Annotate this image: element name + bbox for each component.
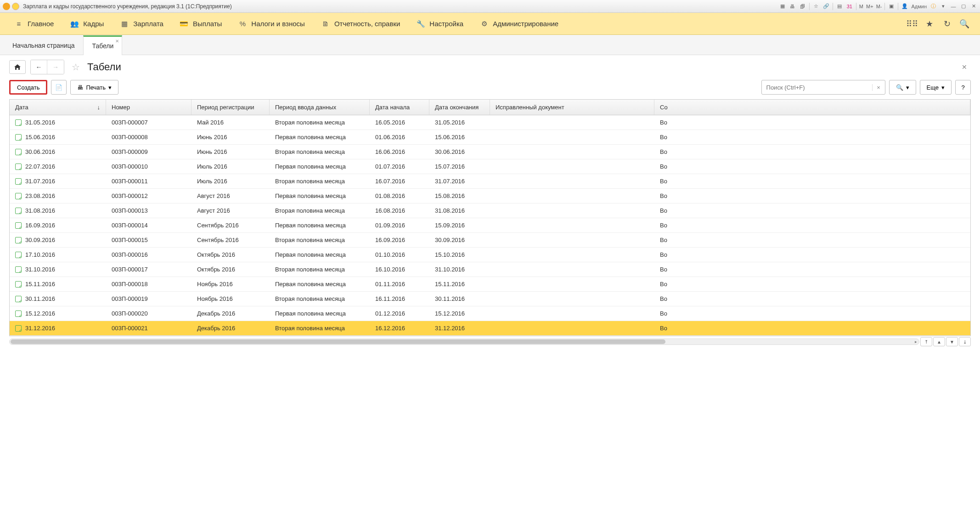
star-icon[interactable]: ★ bbox=[925, 19, 934, 28]
table-row[interactable]: 15.12.2016003П-000020Декабрь 2016Первая … bbox=[10, 306, 970, 321]
cell-end: 30.11.2016 bbox=[435, 295, 465, 302]
search-input[interactable] bbox=[762, 84, 872, 91]
tab-home[interactable]: Начальная страница bbox=[4, 36, 83, 55]
copy-button[interactable]: 📄 bbox=[51, 80, 67, 95]
scroll-up-button[interactable]: ▲ bbox=[933, 337, 945, 346]
table-row[interactable]: 31.08.2016003П-000013Август 2016Вторая п… bbox=[10, 203, 970, 218]
cell-date: 15.11.2016 bbox=[25, 281, 55, 288]
cell-data-period: Вторая половина месяца bbox=[275, 266, 345, 273]
table-row[interactable]: 31.10.2016003П-000017Октябрь 2016Вторая … bbox=[10, 262, 970, 277]
memory-mminus-button[interactable]: M- bbox=[876, 4, 882, 9]
menu-salary-label: Зарплата bbox=[133, 20, 163, 28]
scroll-right-icon[interactable]: ▸ bbox=[912, 339, 919, 344]
table-row[interactable]: 30.06.2016003П-000009Июнь 2016Вторая пол… bbox=[10, 145, 970, 159]
tab-tabeli[interactable]: Табели ✕ bbox=[83, 35, 122, 55]
apps-grid-icon[interactable]: ⠿⠿ bbox=[907, 19, 917, 28]
search-dropdown-button[interactable]: 🔍 ▾ bbox=[889, 80, 916, 95]
menu-admin[interactable]: ⚙ Администрирование bbox=[472, 13, 567, 34]
table-row[interactable]: 16.09.2016003П-000014Сентябрь 2016Первая… bbox=[10, 218, 970, 233]
calc-icon[interactable]: ▤ bbox=[836, 3, 843, 10]
toolbar-icon-2[interactable]: 🖶 bbox=[789, 3, 796, 10]
tab-home-label: Начальная страница bbox=[12, 42, 74, 49]
col-start[interactable]: Дата начала bbox=[370, 100, 429, 115]
print-button[interactable]: 🖶 Печать ▾ bbox=[70, 80, 118, 95]
menu-salary[interactable]: ▦ Зарплата bbox=[112, 13, 172, 34]
col-last[interactable]: Со bbox=[654, 100, 970, 115]
cell-date: 30.09.2016 bbox=[25, 237, 55, 243]
cell-end: 15.12.2016 bbox=[435, 310, 465, 317]
cell-last: Во bbox=[660, 281, 667, 288]
toolbar-icon-1[interactable]: ▦ bbox=[779, 3, 786, 10]
more-button[interactable]: Еще ▾ bbox=[920, 80, 952, 95]
scrollbar-thumb[interactable] bbox=[11, 339, 665, 344]
more-button-label: Еще bbox=[927, 84, 939, 91]
table-row[interactable]: 30.11.2016003П-000019Ноябрь 2016Вторая п… bbox=[10, 292, 970, 306]
help-button[interactable]: ? bbox=[955, 80, 971, 95]
table-row[interactable]: 15.11.2016003П-000018Ноябрь 2016Первая п… bbox=[10, 277, 970, 292]
table-row[interactable]: 30.09.2016003П-000015Сентябрь 2016Вторая… bbox=[10, 233, 970, 248]
col-end[interactable]: Дата окончания bbox=[429, 100, 490, 115]
menu-payments[interactable]: 💳 Выплаты bbox=[172, 13, 230, 34]
forward-button[interactable]: → bbox=[47, 60, 64, 74]
window-title: Зарплата и кадры государственного учрежд… bbox=[23, 3, 232, 10]
cell-start: 16.07.2016 bbox=[375, 178, 405, 185]
create-button[interactable]: Создать bbox=[9, 80, 47, 95]
link-icon[interactable]: 🔗 bbox=[822, 3, 830, 10]
table-row[interactable]: 17.10.2016003П-000016Октябрь 2016Первая … bbox=[10, 248, 970, 262]
panels-icon[interactable]: ▣ bbox=[888, 3, 895, 10]
maximize-icon[interactable]: ▢ bbox=[960, 3, 967, 10]
scroll-down-button[interactable]: ▼ bbox=[946, 337, 958, 346]
close-tab-icon[interactable]: ✕ bbox=[115, 39, 119, 44]
close-window-icon[interactable]: ✕ bbox=[970, 3, 977, 10]
toolbar-icon-3[interactable]: 🗐 bbox=[799, 3, 806, 10]
menu-payments-label: Выплаты bbox=[193, 20, 222, 28]
close-page-icon[interactable]: ✕ bbox=[958, 62, 971, 73]
goto-bottom-button[interactable]: ⤓ bbox=[959, 337, 971, 346]
favorite-icon[interactable]: ☆ bbox=[812, 3, 820, 10]
menu-taxes[interactable]: % Налоги и взносы bbox=[230, 13, 313, 34]
clear-search-icon[interactable]: × bbox=[872, 84, 885, 91]
back-button[interactable]: ← bbox=[31, 60, 47, 74]
cell-end: 31.08.2016 bbox=[435, 207, 465, 214]
home-button[interactable] bbox=[9, 60, 26, 74]
memory-m-button[interactable]: M bbox=[859, 4, 863, 9]
info-icon[interactable]: ⓘ bbox=[929, 3, 937, 10]
horizontal-scrollbar[interactable]: ◂ ▸ bbox=[9, 338, 919, 345]
cell-date: 22.07.2016 bbox=[25, 163, 55, 170]
table-row[interactable]: 23.08.2016003П-000012Август 2016Первая п… bbox=[10, 189, 970, 203]
table-row[interactable]: 15.06.2016003П-000008Июнь 2016Первая пол… bbox=[10, 130, 970, 145]
col-data-period[interactable]: Период ввода данных bbox=[270, 100, 370, 115]
search-icon[interactable]: 🔍 bbox=[960, 19, 969, 28]
menu-settings[interactable]: 🔧 Настройка bbox=[408, 13, 472, 34]
table-row[interactable]: 31.07.2016003П-000011Июль 2016Вторая пол… bbox=[10, 174, 970, 189]
col-fixed-doc[interactable]: Исправленный документ bbox=[490, 100, 654, 115]
user-name[interactable]: Админ bbox=[911, 4, 927, 9]
minimize-icon[interactable]: — bbox=[950, 3, 957, 10]
cell-number: 003П-000013 bbox=[112, 207, 148, 214]
cell-end: 15.09.2016 bbox=[435, 222, 465, 229]
favorite-star-icon[interactable]: ☆ bbox=[72, 62, 80, 73]
calendar-icon[interactable]: 31 bbox=[846, 3, 853, 10]
table-row[interactable]: 22.07.2016003П-000010Июль 2016Первая пол… bbox=[10, 159, 970, 174]
dropdown-icon[interactable]: ▾ bbox=[940, 3, 947, 10]
cell-end: 31.05.2016 bbox=[435, 119, 465, 126]
hamburger-icon: ≡ bbox=[15, 20, 23, 28]
col-reg-period[interactable]: Период регистрации bbox=[191, 100, 270, 115]
col-date[interactable]: Дата ↓ bbox=[10, 100, 106, 115]
menu-settings-label: Настройка bbox=[429, 20, 463, 28]
goto-top-button[interactable]: ⤒ bbox=[920, 337, 932, 346]
cell-reg-period: Август 2016 bbox=[197, 192, 230, 199]
table-row[interactable]: 31.12.2016003П-000021Декабрь 2016Вторая … bbox=[10, 321, 970, 336]
chevron-down-icon: ▾ bbox=[941, 84, 945, 91]
menu-staff[interactable]: 👥 Кадры bbox=[62, 13, 112, 34]
search-box[interactable]: × bbox=[761, 80, 885, 95]
cell-start: 01.06.2016 bbox=[375, 134, 405, 141]
menu-reports[interactable]: 🗎 Отчетность, справки bbox=[313, 13, 408, 34]
table-row[interactable]: 31.05.2016003П-000007Май 2016Вторая поло… bbox=[10, 115, 970, 130]
memory-mplus-button[interactable]: M+ bbox=[866, 4, 873, 9]
cell-data-period: Вторая половина месяца bbox=[275, 237, 345, 243]
cell-end: 31.07.2016 bbox=[435, 178, 465, 185]
col-number[interactable]: Номер bbox=[106, 100, 191, 115]
menu-main[interactable]: ≡ Главное bbox=[6, 13, 62, 34]
history-icon[interactable]: ↻ bbox=[942, 19, 952, 28]
